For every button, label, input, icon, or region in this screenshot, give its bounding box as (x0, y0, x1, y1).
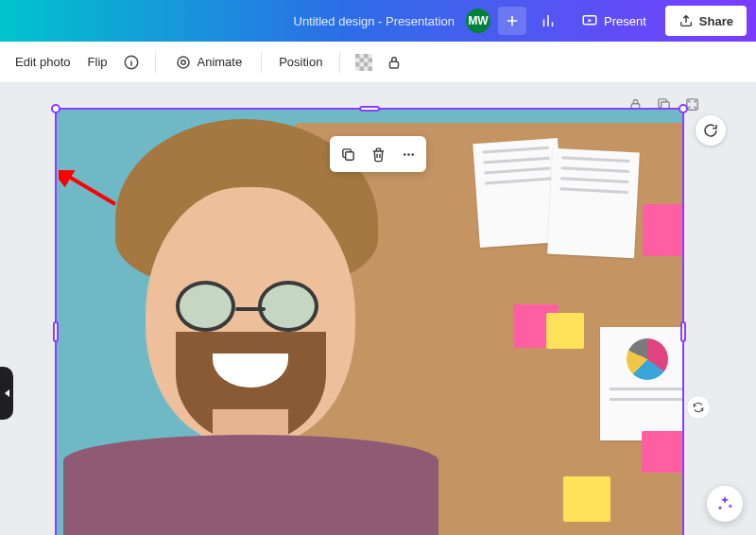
resize-handle-top[interactable] (359, 106, 380, 112)
share-label: Share (699, 14, 733, 28)
svg-rect-9 (355, 62, 360, 67)
edit-photo-button[interactable]: Edit photo (9, 51, 77, 73)
side-panel-toggle[interactable] (0, 367, 13, 420)
svg-rect-13 (390, 61, 399, 68)
resize-handle-top-right[interactable] (679, 104, 688, 113)
animate-label: Animate (198, 55, 243, 69)
svg-rect-11 (360, 66, 365, 71)
svg-rect-8 (369, 58, 373, 62)
sync-icon[interactable] (686, 395, 711, 420)
trash-icon[interactable] (364, 140, 392, 168)
svg-point-2 (178, 57, 189, 68)
share-button[interactable]: Share (665, 6, 747, 36)
lock-icon[interactable] (382, 50, 406, 75)
resize-handle-left[interactable] (53, 321, 59, 342)
user-avatar[interactable]: MW (466, 9, 490, 33)
assistant-button[interactable] (707, 486, 743, 522)
insights-button[interactable] (534, 7, 562, 35)
document-title[interactable]: Untitled design - Presentation (294, 14, 455, 28)
photo-content (57, 110, 682, 535)
svg-rect-6 (364, 54, 369, 59)
context-toolbar: Edit photo Flip Animate Position (0, 42, 756, 83)
svg-rect-10 (364, 62, 369, 67)
resize-handle-right[interactable] (680, 321, 686, 342)
position-button[interactable]: Position (273, 51, 328, 73)
resize-handle-top-left[interactable] (51, 104, 60, 113)
present-label: Present (604, 14, 646, 28)
rotate-button[interactable] (696, 115, 726, 146)
canvas-area: + Add page (0, 83, 756, 535)
toolbar-separator (155, 52, 156, 73)
info-icon[interactable] (119, 50, 144, 75)
transparency-icon[interactable] (352, 50, 376, 75)
svg-rect-7 (360, 58, 365, 62)
floating-element-toolbar (330, 136, 426, 172)
toolbar-separator (339, 52, 340, 73)
copy-icon[interactable] (334, 140, 362, 168)
svg-point-20 (411, 153, 414, 156)
app-header: Untitled design - Presentation MW Presen… (0, 0, 756, 42)
flip-button[interactable]: Flip (82, 51, 113, 73)
present-button[interactable]: Present (570, 6, 658, 36)
svg-point-18 (403, 153, 405, 156)
add-member-button[interactable] (498, 7, 526, 35)
toolbar-separator (261, 52, 262, 73)
svg-point-19 (407, 153, 410, 156)
svg-point-3 (180, 60, 185, 64)
animate-button[interactable]: Animate (167, 50, 250, 75)
more-icon[interactable] (394, 140, 422, 168)
svg-rect-5 (355, 54, 360, 59)
svg-rect-17 (345, 151, 353, 160)
svg-rect-12 (369, 66, 373, 71)
